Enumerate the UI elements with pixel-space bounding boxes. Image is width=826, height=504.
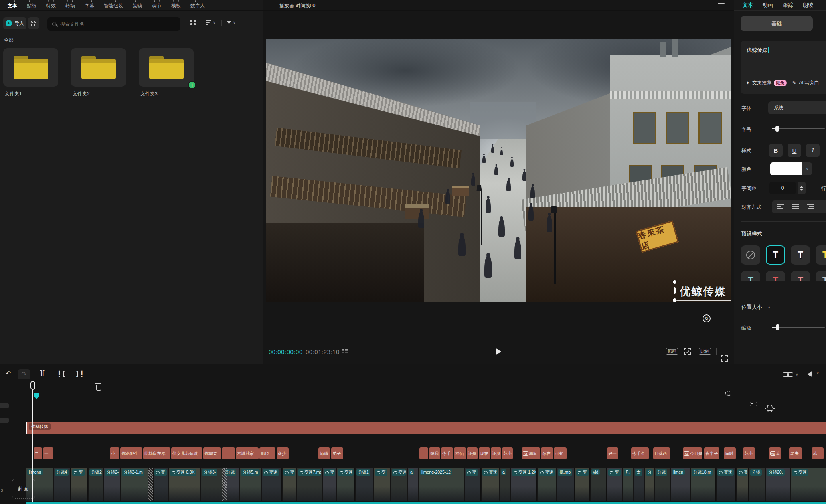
rotate-handle-icon[interactable]: ↻: [703, 314, 711, 322]
filter-button[interactable]: ∨: [227, 20, 236, 24]
subtitle-clip[interactable]: 弟子: [331, 447, 343, 459]
align-right-icon[interactable]: [807, 204, 814, 209]
playhead[interactable]: [30, 381, 35, 390]
subtitle-clip[interactable]: 你命犯生: [120, 447, 142, 459]
snapshot-icon[interactable]: [684, 348, 691, 355]
video-clip[interactable]: 变: [575, 468, 590, 501]
video-clip[interactable]: 分镜1: [356, 468, 373, 501]
resize-handle[interactable]: [673, 280, 676, 284]
redo-icon[interactable]: ↷: [18, 369, 30, 379]
video-clip[interactable]: 太: [634, 468, 644, 501]
subtitle-clip[interactable]: 怒我: [429, 447, 440, 459]
preview-axis-icon[interactable]: [764, 405, 775, 412]
folder-item[interactable]: [71, 48, 126, 87]
subtitle-clip[interactable]: 多少: [277, 447, 289, 459]
video-clip[interactable]: 分镜18.m: [691, 468, 716, 501]
ratio-button[interactable]: 比例: [699, 348, 711, 355]
video-clip[interactable]: 变: [71, 468, 88, 501]
subtitle-clip[interactable]: Aa哪里: [522, 447, 540, 459]
video-clip[interactable]: 抵.mp: [557, 468, 575, 501]
menu-tab-数字人[interactable]: 数字人: [186, 2, 209, 9]
video-clip[interactable]: 变速 1.2X: [511, 468, 537, 501]
subtitle-clip[interactable]: 师傅: [318, 447, 330, 459]
preset-yellow-button[interactable]: T: [816, 245, 826, 265]
align-left-icon[interactable]: [777, 204, 784, 209]
transition-marker[interactable]: [222, 468, 227, 501]
font-select[interactable]: 系统: [768, 101, 826, 114]
inspector-tab-跟踪[interactable]: 跟踪: [783, 2, 793, 9]
video-clip[interactable]: 分镜2: [89, 468, 103, 501]
subtitle-clip[interactable]: 届时: [724, 447, 736, 459]
underline-button[interactable]: U: [788, 144, 801, 157]
video-clip[interactable]: 变速: [391, 468, 407, 501]
add-badge-icon[interactable]: +: [188, 81, 196, 89]
text-track[interactable]: 优鲸传媒: [26, 422, 826, 434]
original-quality-button[interactable]: 原画: [666, 348, 678, 355]
video-clip[interactable]: 变速 0.: [538, 468, 556, 501]
menu-icon[interactable]: [718, 3, 725, 8]
video-clip[interactable]: 变速: [262, 468, 282, 501]
subtitle-clip[interactable]: ≣: [34, 447, 42, 459]
video-clip[interactable]: jimeng-2025-12: [419, 468, 464, 501]
resize-handle[interactable]: [673, 298, 676, 302]
video-clip[interactable]: jimen: [671, 468, 690, 501]
audio-track[interactable]: [26, 502, 826, 504]
play-button[interactable]: [496, 348, 501, 355]
subtitle-clip[interactable]: 那也: [259, 447, 275, 459]
video-clip[interactable]: 分镜20.: [766, 468, 790, 501]
italic-button[interactable]: I: [806, 144, 820, 157]
menu-tab-转场[interactable]: 转场: [61, 2, 79, 9]
inspector-tab-朗读[interactable]: 朗读: [803, 2, 813, 9]
subtitle-clip[interactable]: 他女儿苏倾城: [171, 447, 202, 459]
video-clip[interactable]: 变速 0.8X: [169, 468, 200, 501]
subtitle-clip[interactable]: 好一: [607, 447, 618, 459]
undo-icon[interactable]: ↶: [6, 370, 11, 377]
material-grid-button[interactable]: [28, 17, 39, 29]
fullscreen-icon[interactable]: [721, 355, 728, 362]
subtitle-clip[interactable]: 令千: [441, 447, 453, 459]
video-clip[interactable]: vid: [591, 468, 607, 501]
copy-suggest-button[interactable]: 文案推荐: [752, 79, 771, 86]
letter-spacing-value[interactable]: 0: [769, 182, 796, 194]
scale-slider[interactable]: [772, 324, 825, 330]
video-clip[interactable]: 分镜2-: [104, 468, 120, 501]
video-clip[interactable]: 变速: [482, 468, 499, 501]
subtitle-clip[interactable]: 小: [110, 447, 119, 459]
ai-write-button[interactable]: AI 写旁白: [799, 79, 819, 86]
preset-none-button[interactable]: [741, 245, 760, 265]
folder-item[interactable]: [3, 48, 58, 87]
video-clip[interactable]: 变速: [791, 468, 826, 501]
preset-gray-button[interactable]: T: [816, 271, 826, 281]
video-clip[interactable]: 变速: [717, 468, 736, 501]
subtitle-clip[interactable]: 敢在: [541, 447, 553, 459]
subtitle-clip[interactable]: 还是: [467, 447, 478, 459]
preset-pink-button[interactable]: T: [791, 271, 810, 281]
subtitle-clip[interactable]: 你需要: [203, 447, 221, 459]
video-clip[interactable]: 分镜5.m: [240, 468, 261, 501]
video-clip[interactable]: 凡: [623, 468, 633, 501]
text-content-input[interactable]: 优鲸传媒​: [747, 47, 769, 54]
split-icon[interactable]: ][: [40, 370, 45, 377]
sort-button[interactable]: ∨: [206, 20, 216, 25]
video-clip[interactable]: 变: [737, 468, 749, 501]
subtitle-clip[interactable]: 神仙: [454, 447, 466, 459]
menu-tab-智能包装[interactable]: 智能包装: [99, 2, 128, 9]
subtitle-clip[interactable]: 日落西: [653, 447, 670, 459]
preset-red-button[interactable]: T: [766, 271, 785, 281]
video-clip[interactable]: 分镜: [749, 468, 765, 501]
letter-spacing-stepper[interactable]: [798, 182, 806, 194]
subtitle-clip[interactable]: 苏: [812, 447, 824, 459]
subtitle-clip[interactable]: [222, 447, 235, 459]
tab-basic[interactable]: 基础: [741, 16, 813, 31]
inspector-tab-动画[interactable]: 动画: [763, 2, 773, 9]
video-clip[interactable]: a: [408, 468, 418, 501]
subtitle-clip[interactable]: 此劫应在奉: [143, 447, 170, 459]
color-dropdown-button[interactable]: ∨: [802, 162, 812, 175]
video-clip[interactable]: 变: [607, 468, 622, 501]
subtitle-clip[interactable]: 苏小: [502, 447, 513, 459]
menu-tab-文本[interactable]: 文本: [3, 2, 22, 9]
subtitle-clip[interactable]: 还没: [491, 447, 501, 459]
split-right-icon[interactable]: ]⢸: [76, 370, 83, 377]
video-clip[interactable]: 变: [374, 468, 390, 501]
menu-tab-调节[interactable]: 调节: [148, 2, 166, 9]
